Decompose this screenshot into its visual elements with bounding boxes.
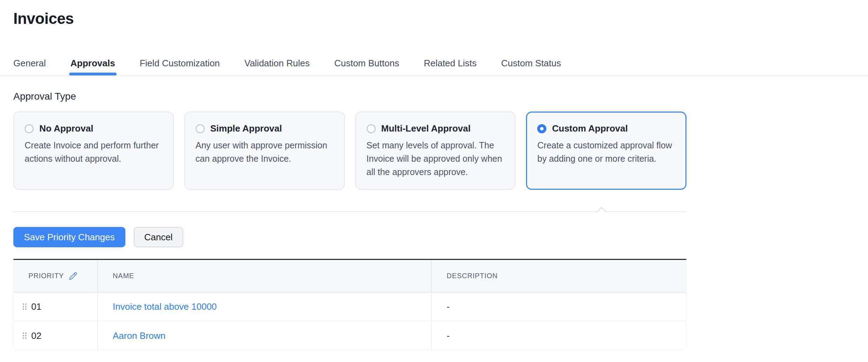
drag-handle-icon[interactable] bbox=[22, 332, 27, 339]
priority-cell: 01 bbox=[14, 293, 98, 321]
pencil-icon[interactable] bbox=[69, 272, 77, 280]
description-cell: - bbox=[432, 321, 686, 350]
priority-value: 01 bbox=[31, 301, 41, 312]
description-column-header: DESCRIPTION bbox=[432, 260, 686, 292]
radio-icon[interactable] bbox=[196, 124, 205, 133]
approval-option-multi-level-approval[interactable]: Multi-Level Approval Set many levels of … bbox=[355, 112, 516, 190]
approval-option-simple-approval[interactable]: Simple Approval Any user with approve pe… bbox=[184, 112, 345, 190]
approval-type-label: Approval Type bbox=[13, 90, 868, 102]
page-title: Invoices bbox=[13, 9, 868, 28]
table-row: 02 Aaron Brown - bbox=[14, 321, 686, 350]
approval-type-options: No Approval Create Invoice and perform f… bbox=[13, 112, 686, 190]
table-header-row: PRIORITY NAME DESCRIPTION bbox=[14, 260, 686, 293]
tab-custom-status[interactable]: Custom Status bbox=[501, 58, 561, 69]
approval-option-description: Create Invoice and perform further actio… bbox=[25, 139, 163, 165]
table-row: 01 Invoice total above 10000 - bbox=[14, 293, 686, 321]
approval-priority-table: PRIORITY NAME DESCRIPTION bbox=[13, 259, 686, 350]
priority-cell: 02 bbox=[14, 321, 98, 350]
priority-column-label: PRIORITY bbox=[28, 272, 64, 280]
rule-name-link[interactable]: Invoice total above 10000 bbox=[113, 301, 217, 312]
cancel-button[interactable]: Cancel bbox=[134, 227, 183, 247]
name-cell: Invoice total above 10000 bbox=[98, 293, 432, 321]
priority-value: 02 bbox=[31, 330, 41, 341]
radio-checked-icon[interactable] bbox=[537, 124, 546, 133]
priority-column-header: PRIORITY bbox=[14, 260, 98, 292]
caret-up-notch bbox=[597, 207, 606, 217]
tab-related-lists[interactable]: Related Lists bbox=[424, 58, 476, 69]
settings-tab-bar: General Approvals Field Customization Va… bbox=[0, 28, 868, 76]
tab-custom-buttons[interactable]: Custom Buttons bbox=[334, 58, 399, 69]
approval-option-description: Any user with approve permission can app… bbox=[196, 139, 334, 165]
radio-icon[interactable] bbox=[367, 124, 376, 133]
tab-approvals[interactable]: Approvals bbox=[71, 58, 115, 69]
name-column-header: NAME bbox=[98, 260, 432, 292]
section-divider bbox=[13, 211, 686, 212]
approval-option-title: Multi-Level Approval bbox=[381, 123, 471, 134]
tab-field-customization[interactable]: Field Customization bbox=[140, 58, 220, 69]
radio-icon[interactable] bbox=[25, 124, 34, 133]
approval-option-custom-approval[interactable]: Custom Approval Create a customized appr… bbox=[526, 112, 686, 190]
save-priority-changes-button[interactable]: Save Priority Changes bbox=[13, 227, 125, 247]
priority-actions: Save Priority Changes Cancel bbox=[13, 227, 868, 247]
approval-option-description: Create a customized approval flow by add… bbox=[537, 139, 675, 165]
approval-option-title: Simple Approval bbox=[210, 123, 282, 134]
tab-general[interactable]: General bbox=[13, 58, 46, 69]
approval-option-no-approval[interactable]: No Approval Create Invoice and perform f… bbox=[13, 112, 174, 190]
name-cell: Aaron Brown bbox=[98, 321, 432, 350]
drag-handle-icon[interactable] bbox=[22, 303, 27, 310]
rule-name-link[interactable]: Aaron Brown bbox=[113, 330, 165, 341]
approval-option-description: Set many levels of approval. The Invoice… bbox=[367, 139, 505, 179]
invoices-settings-page: Invoices General Approvals Field Customi… bbox=[0, 9, 868, 350]
description-cell: - bbox=[432, 293, 686, 321]
approval-option-title: Custom Approval bbox=[552, 123, 628, 134]
approval-option-title: No Approval bbox=[39, 123, 93, 134]
tab-validation-rules[interactable]: Validation Rules bbox=[244, 58, 310, 69]
